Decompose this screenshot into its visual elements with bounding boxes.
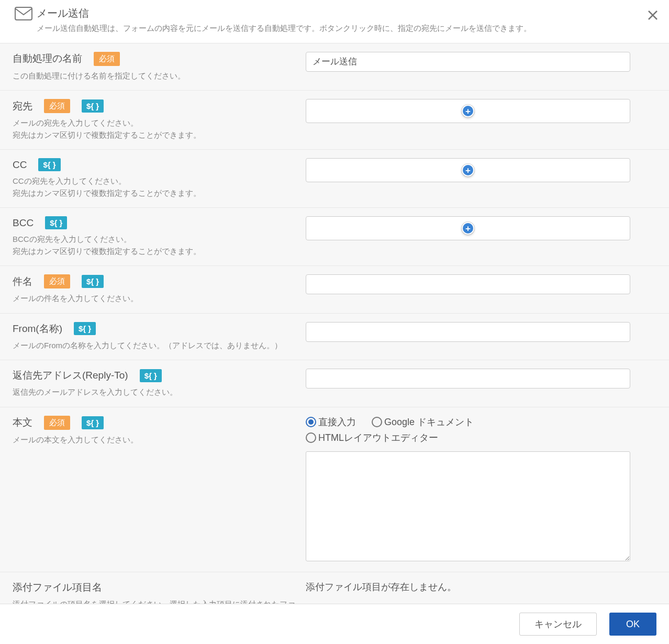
help-to: メールの宛先を入力してください。 宛先はカンマ区切りで複数指定することができます…	[13, 117, 295, 141]
close-icon	[647, 9, 659, 21]
variable-button[interactable]: ${ }	[82, 416, 104, 429]
row-body: 本文 必須 ${ } メールの本文を入力してください。 直接入力 Google …	[0, 407, 669, 572]
input-bcc[interactable]	[306, 216, 630, 240]
body-input-mode: 直接入力 Google ドキュメント HTMLレイアウトエディター	[306, 416, 656, 444]
dialog-content: 自動処理の名前 必須 この自動処理に付ける名前を指定してください。 宛先 必須 …	[0, 43, 669, 604]
variable-button[interactable]: ${ }	[38, 158, 60, 171]
input-body[interactable]	[306, 451, 630, 561]
label-bcc: BCC	[13, 217, 34, 229]
input-to[interactable]	[306, 99, 630, 123]
radio-google-doc[interactable]: Google ドキュメント	[372, 416, 474, 428]
help-body: メールの本文を入力してください。	[13, 434, 295, 446]
row-to: 宛先 必須 ${ } メールの宛先を入力してください。 宛先はカンマ区切りで複数…	[0, 91, 669, 150]
input-from[interactable]	[306, 322, 630, 342]
variable-button[interactable]: ${ }	[74, 322, 96, 335]
close-button[interactable]	[647, 9, 659, 23]
label-attach: 添付ファイル項目名	[13, 581, 102, 594]
row-replyto: 返信先アドレス(Reply-To) ${ } 返信先のメールアドレスを入力してく…	[0, 360, 669, 407]
add-recipient-icon[interactable]	[462, 105, 474, 117]
dialog-footer: キャンセル OK	[0, 604, 669, 644]
dialog-header: メール送信 メール送信自動処理は、フォームの内容を元にメールを送信する自動処理で…	[0, 0, 669, 43]
add-recipient-icon[interactable]	[462, 164, 474, 176]
required-badge: 必須	[44, 416, 70, 430]
help-replyto: 返信先のメールアドレスを入力してください。	[13, 386, 295, 398]
dialog-title: メール送信	[37, 6, 659, 20]
input-cc[interactable]	[306, 158, 630, 182]
row-subject: 件名 必須 ${ } メールの件名を入力してください。	[0, 266, 669, 314]
label-body: 本文	[13, 416, 32, 429]
label-cc: CC	[13, 159, 27, 171]
attach-empty-message: 添付ファイル項目が存在しません。	[306, 582, 456, 592]
dialog-subtitle: メール送信自動処理は、フォームの内容を元にメールを送信する自動処理です。ボタンク…	[37, 23, 659, 35]
required-badge: 必須	[44, 274, 70, 288]
required-badge: 必須	[94, 52, 120, 66]
mail-icon	[14, 6, 33, 23]
variable-button[interactable]: ${ }	[82, 275, 104, 288]
label-to: 宛先	[13, 99, 32, 113]
help-from: メールのFromの名称を入力してください。（アドレスでは、ありません。）	[13, 340, 295, 352]
svg-rect-0	[15, 7, 32, 20]
required-badge: 必須	[44, 99, 70, 113]
label-replyto: 返信先アドレス(Reply-To)	[13, 369, 128, 382]
variable-button[interactable]: ${ }	[45, 216, 67, 229]
radio-unselected-icon	[372, 417, 382, 427]
help-subject: メールの件名を入力してください。	[13, 293, 295, 305]
radio-unselected-icon	[306, 432, 316, 443]
help-attach: 添付ファイルの項目名を選択してください。選択した入力項目に添付されたファイルが対…	[13, 598, 295, 604]
row-attach: 添付ファイル項目名 添付ファイルの項目名を選択してください。選択した入力項目に添…	[0, 572, 669, 604]
row-bcc: BCC ${ } BCCの宛先を入力してください。 宛先はカンマ区切りで複数指定…	[0, 208, 669, 266]
row-cc: CC ${ } CCの宛先を入力してください。 宛先はカンマ区切りで複数指定する…	[0, 150, 669, 208]
help-name: この自動処理に付ける名前を指定してください。	[13, 70, 295, 82]
help-cc: CCの宛先を入力してください。 宛先はカンマ区切りで複数指定することができます。	[13, 175, 295, 199]
radio-direct-input[interactable]: 直接入力	[306, 416, 356, 428]
label-subject: 件名	[13, 275, 32, 288]
input-replyto[interactable]	[306, 369, 630, 388]
variable-button[interactable]: ${ }	[140, 369, 162, 382]
radio-selected-icon	[306, 417, 316, 427]
add-recipient-icon[interactable]	[462, 222, 474, 235]
label-from: From(名称)	[13, 322, 62, 336]
radio-html-editor[interactable]: HTMLレイアウトエディター	[306, 431, 656, 444]
help-bcc: BCCの宛先を入力してください。 宛先はカンマ区切りで複数指定することができます…	[13, 234, 295, 257]
radio-label: HTMLレイアウトエディター	[318, 431, 438, 444]
variable-button[interactable]: ${ }	[82, 99, 104, 113]
ok-button[interactable]: OK	[609, 613, 656, 636]
row-from: From(名称) ${ } メールのFromの名称を入力してください。（アドレス…	[0, 314, 669, 361]
label-name: 自動処理の名前	[13, 52, 82, 65]
row-name: 自動処理の名前 必須 この自動処理に付ける名前を指定してください。	[0, 43, 669, 91]
input-name[interactable]	[306, 52, 630, 72]
input-subject[interactable]	[306, 274, 630, 294]
cancel-button[interactable]: キャンセル	[519, 613, 597, 636]
radio-label: Google ドキュメント	[384, 416, 474, 428]
radio-label: 直接入力	[318, 416, 356, 428]
